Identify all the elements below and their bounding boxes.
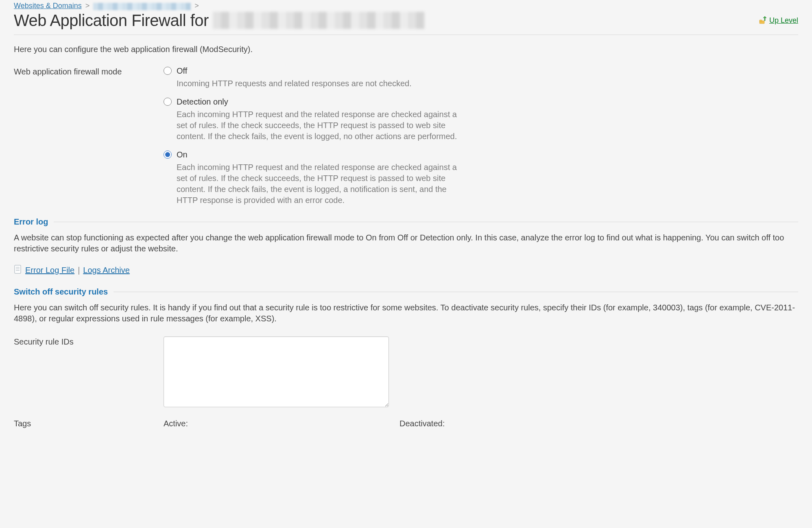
- error-log-text: A website can stop functioning as expect…: [14, 232, 798, 254]
- waf-mode-detection-desc: Each incoming HTTP request and the relat…: [177, 109, 465, 142]
- section-divider: [54, 222, 798, 222]
- page-title: Web Application Firewall for: [14, 11, 424, 30]
- up-level-icon: [759, 16, 767, 24]
- waf-mode-detection-label[interactable]: Detection only: [177, 97, 228, 107]
- intro-text: Here you can configure the web applicati…: [14, 45, 798, 54]
- file-icon: [14, 265, 22, 276]
- svg-rect-1: [760, 20, 762, 22]
- waf-mode-off: Off Incoming HTTP requests and related r…: [164, 66, 465, 89]
- waf-mode-options: Off Incoming HTTP requests and related r…: [164, 66, 798, 206]
- section-divider: [114, 292, 798, 292]
- waf-mode-label: Web application firewall mode: [14, 66, 164, 76]
- breadcrumb-sep: >: [84, 2, 92, 10]
- waf-mode-off-radio[interactable]: [164, 67, 172, 75]
- switch-off-section-header: Switch off security rules: [14, 287, 798, 297]
- waf-mode-off-label[interactable]: Off: [177, 66, 187, 76]
- waf-mode-on: On Each incoming HTTP request and the re…: [164, 150, 465, 206]
- error-log-section-header: Error log: [14, 217, 798, 227]
- breadcrumb-sep-2: >: [193, 2, 201, 10]
- breadcrumb-websites-domains[interactable]: Websites & Domains: [14, 2, 82, 10]
- switch-off-title: Switch off security rules: [14, 287, 108, 297]
- waf-mode-on-radio[interactable]: [164, 151, 172, 159]
- waf-mode-detection-radio[interactable]: [164, 98, 172, 106]
- waf-mode-detection: Detection only Each incoming HTTP reques…: [164, 97, 465, 142]
- svg-rect-2: [15, 265, 21, 273]
- waf-mode-on-desc: Each incoming HTTP request and the relat…: [177, 162, 465, 206]
- tags-deactivated-label: Deactivated:: [399, 419, 445, 428]
- tags-label: Tags: [14, 419, 164, 428]
- tags-active-label: Active:: [164, 419, 188, 428]
- error-log-file-link[interactable]: Error Log File: [25, 266, 74, 275]
- error-log-title: Error log: [14, 217, 48, 227]
- breadcrumb-domain[interactable]: [93, 2, 191, 11]
- log-links-sep: |: [74, 266, 83, 275]
- security-rule-ids-label: Security rule IDs: [14, 336, 164, 347]
- waf-mode-off-desc: Incoming HTTP requests and related respo…: [177, 78, 465, 89]
- up-level-link[interactable]: Up Level: [759, 16, 798, 25]
- page-title-text: Web Application Firewall for: [14, 11, 209, 30]
- logs-archive-link[interactable]: Logs Archive: [83, 266, 130, 275]
- up-level-label: Up Level: [769, 16, 798, 25]
- page-title-domain: [213, 12, 424, 29]
- waf-mode-on-label[interactable]: On: [177, 150, 188, 159]
- security-rule-ids-input[interactable]: [164, 336, 389, 407]
- breadcrumb: Websites & Domains > >: [14, 2, 798, 11]
- switch-off-text: Here you can switch off security rules. …: [14, 302, 798, 324]
